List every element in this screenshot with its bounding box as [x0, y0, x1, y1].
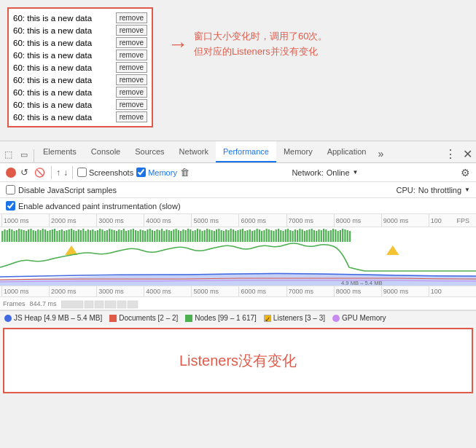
tab-overflow-btn[interactable]: »	[373, 145, 388, 162]
svg-rect-113	[266, 229, 268, 242]
ruler-tick2: 100	[429, 286, 476, 296]
remove-button[interactable]: remove	[116, 12, 147, 23]
svg-rect-12	[26, 231, 27, 242]
reload-button[interactable]: ↺	[19, 165, 30, 179]
tab-performance[interactable]: Performance	[216, 141, 276, 162]
legend-listeners-check: ✓	[264, 315, 271, 322]
remove-button[interactable]: remove	[116, 87, 147, 98]
svg-rect-122	[287, 229, 289, 242]
svg-rect-152	[95, 301, 104, 308]
svg-rect-24	[54, 229, 55, 242]
remove-button[interactable]: remove	[116, 62, 147, 73]
inspect-icon[interactable]: ⬚	[0, 146, 16, 162]
legend-item: Documents [2 – 2]	[109, 314, 178, 322]
svg-rect-83	[195, 230, 196, 242]
close-button[interactable]: ✕	[459, 145, 476, 162]
cpu-label: CPU:	[396, 186, 415, 194]
tab-application[interactable]: Application	[320, 141, 374, 162]
cpu-dropdown-icon[interactable]: ▼	[464, 186, 470, 193]
data-row: 60: this is a new data remove	[13, 49, 147, 61]
svg-rect-123	[289, 230, 291, 242]
svg-rect-13	[28, 229, 29, 242]
download-button[interactable]: ↓	[63, 168, 68, 178]
remove-button[interactable]: remove	[116, 74, 147, 85]
svg-rect-141	[332, 229, 334, 242]
annotation-line1: 窗口大小变化时，调用了60次。	[194, 29, 327, 44]
svg-rect-124	[292, 231, 294, 242]
remove-button[interactable]: remove	[116, 25, 147, 36]
advanced-paint-checkbox[interactable]	[6, 201, 15, 211]
network-label: Network:	[292, 168, 323, 177]
svg-rect-146	[344, 229, 346, 242]
screenshots-checkbox[interactable]	[77, 168, 87, 177]
tab-memory[interactable]: Memory	[276, 141, 320, 162]
trash-icon[interactable]: 🗑	[180, 167, 190, 178]
remove-button[interactable]: remove	[116, 37, 147, 48]
perf-toolbar-3: Enable advanced paint instrumentation (s…	[0, 198, 476, 214]
svg-rect-8	[16, 230, 17, 242]
remove-button[interactable]: remove	[116, 50, 147, 60]
svg-rect-7	[14, 231, 15, 242]
clear-button[interactable]: 🚫	[33, 166, 47, 179]
svg-rect-145	[342, 229, 343, 242]
svg-rect-9	[18, 229, 20, 242]
upload-button[interactable]: ↑	[56, 168, 61, 178]
data-row-text: 60: this is a new data	[13, 63, 92, 72]
svg-rect-22	[49, 230, 50, 242]
memory-checkbox[interactable]	[136, 168, 146, 177]
svg-rect-142	[335, 229, 336, 242]
frames-label: Frames	[3, 300, 26, 307]
screenshots-label: Screenshots	[89, 168, 133, 177]
svg-rect-39	[90, 230, 91, 242]
ruler-tick2: 5000 ms	[191, 286, 238, 296]
more-options-icon[interactable]: ⋮	[442, 146, 459, 162]
svg-rect-35	[80, 230, 82, 242]
svg-rect-88	[206, 229, 208, 242]
svg-rect-90	[211, 230, 212, 242]
svg-rect-102	[240, 229, 241, 242]
svg-rect-28	[63, 231, 65, 242]
record-button[interactable]	[6, 168, 16, 178]
network-dropdown-icon[interactable]: ▼	[353, 169, 359, 176]
svg-rect-14	[30, 229, 31, 242]
svg-rect-109	[257, 229, 258, 242]
svg-rect-15	[33, 230, 34, 242]
svg-rect-125	[294, 229, 296, 242]
svg-rect-79	[185, 230, 187, 242]
ruler-tick2: 7000 ms	[286, 286, 334, 296]
tab-sources[interactable]: Sources	[128, 141, 171, 162]
svg-rect-116	[273, 231, 274, 242]
svg-rect-27	[61, 229, 63, 242]
svg-rect-61	[142, 230, 144, 242]
data-row-text: 60: this is a new data	[13, 113, 92, 122]
ruler-tick: 7000 ms	[286, 214, 334, 227]
svg-rect-37	[85, 231, 86, 242]
gear-icon[interactable]: ⚙	[461, 167, 470, 178]
svg-rect-77	[180, 231, 182, 242]
svg-rect-115	[270, 230, 272, 242]
svg-rect-75	[176, 229, 177, 242]
svg-rect-101	[237, 230, 238, 242]
tab-network[interactable]: Network	[172, 141, 216, 162]
disable-js-text: Disable JavaScript samples	[18, 186, 117, 194]
ruler-tick: 9000 ms	[381, 214, 429, 227]
disable-js-label[interactable]: Disable JavaScript samples	[6, 185, 117, 194]
legend-item: GPU Memory	[332, 314, 386, 322]
tab-elements[interactable]: Elements	[36, 141, 84, 162]
devtools-tabs: ⬚ ▭ ElementsConsoleSourcesNetworkPerform…	[0, 141, 476, 163]
frames-row: Frames 844.7 ms	[0, 297, 476, 310]
remove-button[interactable]: remove	[116, 111, 147, 122]
svg-rect-94	[221, 230, 222, 242]
ruler-tick: 2000 ms	[49, 214, 96, 227]
legend-item: JS Heap [4.9 MB – 5.4 MB]	[4, 314, 102, 322]
device-icon[interactable]: ▭	[16, 146, 32, 162]
svg-rect-42	[97, 230, 98, 242]
memory-checkbox-label[interactable]: Memory	[136, 168, 177, 177]
svg-rect-2	[1, 231, 3, 242]
remove-button[interactable]: remove	[116, 99, 147, 110]
advanced-paint-label[interactable]: Enable advanced paint instrumentation (s…	[6, 201, 181, 211]
svg-rect-150	[61, 301, 83, 308]
disable-js-checkbox[interactable]	[6, 185, 15, 194]
tab-console[interactable]: Console	[84, 141, 128, 162]
screenshots-checkbox-label[interactable]: Screenshots	[77, 168, 133, 177]
